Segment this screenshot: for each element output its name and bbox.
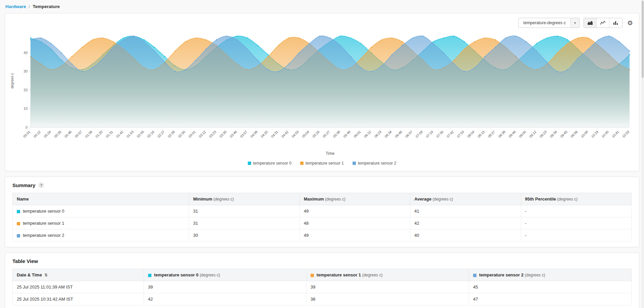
table-view-row: 25 Jul 2025 11:01:39 AM IST393945 <box>13 281 632 293</box>
summary-value-cell: 41 <box>410 205 521 217</box>
svg-text:09:34: 09:34 <box>549 130 558 138</box>
summary-value-cell: - <box>521 205 631 217</box>
svg-text:09:45: 09:45 <box>559 130 568 138</box>
svg-text:07:30: 07:30 <box>435 130 444 138</box>
breadcrumb-hardware-link[interactable]: Hardware <box>5 4 26 9</box>
sensor-value-cell: 39 <box>144 281 306 293</box>
legend-item[interactable]: temperature sensor 0 <box>248 161 291 166</box>
sensor-name-cell: temperature sensor 2 <box>13 229 189 241</box>
svg-text:03:35: 03:35 <box>219 130 227 138</box>
table-view-title-row: Table View <box>9 258 635 269</box>
svg-text:07:08: 07:08 <box>415 130 424 138</box>
summary-row: temperature sensor 2304940- <box>13 229 632 241</box>
legend-swatch-icon <box>353 162 356 165</box>
legend-item[interactable]: temperature sensor 1 <box>300 161 344 166</box>
svg-text:01:20: 01:20 <box>95 130 103 138</box>
breadcrumb-separator: / <box>29 4 30 9</box>
chevron-down-icon: ▾ <box>570 18 579 28</box>
summary-value-cell: 31 <box>189 217 300 229</box>
summary-column-header: Minimum (degrees c) <box>189 193 300 205</box>
area-chart-button[interactable] <box>584 18 597 28</box>
sensor-value-cell: 38 <box>306 293 469 305</box>
svg-text:04:42: 04:42 <box>281 130 289 138</box>
svg-text:05:27: 05:27 <box>322 130 331 138</box>
summary-row: temperature sensor 1314842- <box>13 217 632 229</box>
table-view-title: Table View <box>12 258 38 264</box>
svg-text:06:12: 06:12 <box>363 130 372 138</box>
svg-text:10:19: 10:19 <box>591 130 599 138</box>
series-swatch-icon <box>311 274 314 277</box>
svg-text:07:19: 07:19 <box>425 130 434 138</box>
summary-column-header: Maximum (degrees c) <box>300 193 410 205</box>
svg-text:05:04: 05:04 <box>301 130 310 138</box>
sensor-column-header: temperature sensor 2 (degrees c) <box>469 269 631 281</box>
svg-text:07:42: 07:42 <box>446 130 455 138</box>
svg-text:00:01: 00:01 <box>22 130 31 138</box>
svg-text:04:53: 04:53 <box>291 130 300 138</box>
svg-text:08:38: 08:38 <box>498 130 506 138</box>
svg-text:02:27: 02:27 <box>157 130 166 138</box>
svg-text:05:38: 05:38 <box>332 130 341 138</box>
svg-text:08:49: 08:49 <box>508 130 517 138</box>
line-chart-icon <box>600 20 606 25</box>
area-chart-icon <box>587 20 593 25</box>
sensor-value-cell: 42 <box>144 293 306 305</box>
svg-text:00:12: 00:12 <box>33 130 42 138</box>
summary-value-cell: 49 <box>300 229 410 241</box>
svg-text:40: 40 <box>24 51 28 55</box>
help-icon[interactable]: ? <box>38 182 44 188</box>
table-view-card: Table View Date & Time⇅temperature senso… <box>5 253 639 308</box>
table-view-header-row: Date & Time⇅temperature sensor 0 (degree… <box>13 269 632 281</box>
svg-text:09:56: 09:56 <box>570 130 579 138</box>
svg-text:03:23: 03:23 <box>209 130 217 138</box>
svg-text:07:53: 07:53 <box>456 130 465 138</box>
metric-select-dropdown[interactable]: temperature-degrees c ▾ <box>518 18 580 28</box>
svg-text:02:16: 02:16 <box>146 130 155 138</box>
legend-label: temperature sensor 0 <box>253 161 291 166</box>
chart-legend: temperature sensor 0temperature sensor 1… <box>8 158 636 170</box>
sensor-name-cell: temperature sensor 1 <box>13 217 189 229</box>
svg-text:00:24: 00:24 <box>43 130 52 138</box>
line-chart-button[interactable] <box>597 18 609 28</box>
svg-text:01:42: 01:42 <box>116 130 124 138</box>
svg-text:00:57: 00:57 <box>74 130 83 138</box>
svg-text:06:34: 06:34 <box>384 130 393 138</box>
legend-item[interactable]: temperature sensor 2 <box>353 161 396 166</box>
table-view-row: 25 Jul 2025 10:31:42 AM IST423847 <box>13 293 632 305</box>
svg-text:03:46: 03:46 <box>229 130 238 138</box>
datetime-cell: 25 Jul 2025 11:01:39 AM IST <box>13 281 144 293</box>
svg-text:10:53: 10:53 <box>622 130 630 138</box>
legend-label: temperature sensor 2 <box>358 161 396 166</box>
sensor-column-header: temperature sensor 0 (degrees c) <box>144 269 306 281</box>
svg-text:03:57: 03:57 <box>239 130 248 138</box>
svg-text:09:00: 09:00 <box>518 130 527 138</box>
svg-text:10:08: 10:08 <box>580 130 589 138</box>
series-swatch-icon <box>17 234 20 237</box>
scrollbar-thumb[interactable] <box>642 1 644 78</box>
page-scrollbar[interactable] <box>641 0 644 308</box>
svg-text:03:12: 03:12 <box>198 130 207 138</box>
sensor-value-cell: 47 <box>469 293 631 305</box>
chart-toolbar: temperature-degrees c ▾ <box>8 16 636 29</box>
bar-chart-button[interactable] <box>609 18 622 28</box>
svg-text:30: 30 <box>24 69 28 73</box>
bar-chart-icon <box>613 20 618 25</box>
breadcrumb: Hardware / Temperature <box>5 3 639 13</box>
sort-icon[interactable]: ⇅ <box>44 273 48 277</box>
svg-text:Time: Time <box>326 151 335 156</box>
chart-area: 01020304000:0100:1200:2400:3500:4600:570… <box>8 29 636 158</box>
svg-text:06:23: 06:23 <box>374 130 382 138</box>
sensor-column-header: temperature sensor 1 (degrees c) <box>306 269 469 281</box>
svg-text:01:09: 01:09 <box>84 130 93 138</box>
series-swatch-icon <box>17 210 20 213</box>
svg-text:09:23: 09:23 <box>539 130 548 138</box>
summary-value-cell: - <box>521 217 631 229</box>
svg-text:0: 0 <box>26 125 28 129</box>
summary-card: Summary ? NameMinimum (degrees c)Maximum… <box>5 177 639 247</box>
svg-text:01:53: 01:53 <box>126 130 135 138</box>
svg-text:00:35: 00:35 <box>53 130 62 138</box>
gear-icon[interactable]: ⚙ <box>627 20 634 26</box>
svg-text:08:15: 08:15 <box>477 130 486 138</box>
datetime-column-header[interactable]: Date & Time⇅ <box>13 269 144 281</box>
series-swatch-icon <box>17 222 20 225</box>
